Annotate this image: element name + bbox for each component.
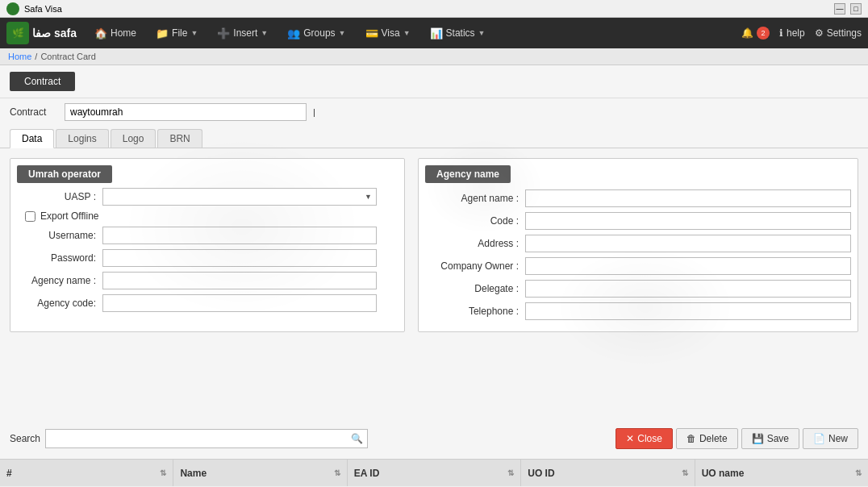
info-icon: ℹ <box>779 27 783 39</box>
umrah-operator-panel: Umrah operator UASP : Export Offline <box>10 158 405 332</box>
th-uo-name-sort-icon: ⇅ <box>855 468 862 477</box>
notification-button[interactable]: 🔔 2 <box>741 27 770 40</box>
contract-field-input[interactable] <box>65 103 307 121</box>
panels-row: Umrah operator UASP : Export Offline <box>0 148 868 342</box>
settings-label: Settings <box>827 27 862 39</box>
breadcrumb: Home / Contract Card <box>0 48 868 65</box>
export-offline-label[interactable]: Export Offline <box>40 210 98 222</box>
search-label: Search <box>10 433 40 444</box>
logo-icon: 🌿 <box>6 22 29 44</box>
window-title: Safa Visa <box>24 4 62 14</box>
cursor-indicator: | <box>313 107 315 117</box>
nav-groups-label: Groups <box>303 27 335 39</box>
tab-logo[interactable]: Logo <box>111 129 156 148</box>
agency-name-title: Agency name <box>425 165 511 183</box>
agency-code-input[interactable] <box>102 294 377 312</box>
agent-name-label: Agent name : <box>425 193 522 204</box>
code-input[interactable] <box>525 212 851 230</box>
agent-name-row: Agent name : <box>425 189 851 207</box>
agency-name-row: Agency name : <box>19 272 396 289</box>
password-row: Password: <box>19 249 396 267</box>
telephone-row: Telephone : <box>425 302 851 320</box>
username-input[interactable] <box>102 227 377 244</box>
telephone-label: Telephone : <box>425 306 522 317</box>
company-owner-input[interactable] <box>525 257 851 275</box>
delegate-row: Delegate : <box>425 280 851 298</box>
nav-file[interactable]: 📁 File ▼ <box>148 23 206 44</box>
tabs: Data Logins Logo BRN <box>0 126 868 148</box>
th-uo-id[interactable]: UO ID ⇅ <box>521 460 695 486</box>
help-button[interactable]: ℹ help <box>779 27 805 39</box>
bell-icon: 🔔 <box>741 27 753 39</box>
th-ea-id[interactable]: EA ID ⇅ <box>348 460 521 486</box>
maximize-button[interactable]: □ <box>850 3 862 15</box>
nav-visa-label: Visa <box>382 27 400 39</box>
nav-groups[interactable]: 👥 Groups ▼ <box>279 23 353 44</box>
app-logo: 🌿 صفا safa <box>6 22 77 44</box>
contract-button[interactable]: Contract <box>10 72 75 91</box>
save-button[interactable]: 💾 Save <box>741 428 799 449</box>
visa-chevron-icon: ▼ <box>403 29 411 37</box>
nav-insert[interactable]: ➕ Insert ▼ <box>209 23 276 44</box>
delete-button[interactable]: 🗑 Delete <box>676 428 738 449</box>
title-bar: Safa Visa — □ <box>0 0 868 18</box>
close-label: Close <box>637 433 662 444</box>
nav-insert-label: Insert <box>233 27 257 39</box>
notification-badge: 2 <box>757 27 770 40</box>
th-name[interactable]: Name ⇅ <box>173 460 347 486</box>
new-label: New <box>828 433 848 444</box>
tab-logins[interactable]: Logins <box>56 129 108 148</box>
export-offline-checkbox[interactable] <box>25 211 35 222</box>
tab-brn[interactable]: BRN <box>157 129 202 148</box>
uasp-row: UASP : <box>19 188 396 206</box>
table-header: # ⇅ Name ⇅ EA ID ⇅ UO ID ⇅ UO name ⇅ <box>0 459 868 486</box>
agency-name-input[interactable] <box>102 272 377 289</box>
nav-visa[interactable]: 💳 Visa ▼ <box>357 23 419 44</box>
company-owner-label: Company Owner : <box>425 260 522 272</box>
uasp-select[interactable] <box>102 188 377 206</box>
close-button[interactable]: ✕ Close <box>616 428 673 449</box>
gear-icon: ⚙ <box>815 27 824 39</box>
th-uo-id-label: UO ID <box>528 468 554 479</box>
umrah-operator-title: Umrah operator <box>17 165 112 183</box>
save-label: Save <box>767 433 789 444</box>
breadcrumb-current: Contract Card <box>40 52 95 61</box>
agent-name-input[interactable] <box>525 189 851 207</box>
th-uo-name[interactable]: UO name ⇅ <box>695 460 868 486</box>
password-input[interactable] <box>102 249 377 267</box>
telephone-input[interactable] <box>525 302 851 320</box>
contract-field-row: Contract | <box>0 98 868 126</box>
search-toolbar-row: Search 🔍 ✕ Close 🗑 Delete 💾 Save 📄 New <box>0 423 868 454</box>
agency-name-label: Agency name : <box>19 275 99 286</box>
export-offline-row: Export Offline <box>19 210 396 222</box>
minimize-button[interactable]: — <box>834 3 845 15</box>
search-input[interactable] <box>45 429 368 448</box>
th-col-a[interactable]: # ⇅ <box>0 460 173 486</box>
delegate-input[interactable] <box>525 280 851 298</box>
nav-right: 🔔 2 ℹ help ⚙ Settings <box>741 27 862 40</box>
breadcrumb-home[interactable]: Home <box>8 52 31 61</box>
code-label: Code : <box>425 215 522 227</box>
statics-chevron-icon: ▼ <box>478 29 486 37</box>
visa-icon: 💳 <box>365 27 378 40</box>
agency-name-panel: Agency name Agent name : Code : Address … <box>418 158 858 332</box>
address-input[interactable] <box>525 235 851 252</box>
home-icon: 🏠 <box>94 27 107 40</box>
nav-home[interactable]: 🏠 Home <box>86 23 144 44</box>
uasp-select-wrapper <box>102 188 377 206</box>
nav-statics-label: Statics <box>446 27 475 39</box>
settings-button[interactable]: ⚙ Settings <box>815 27 862 39</box>
umrah-operator-body: UASP : Export Offline Username: <box>10 183 404 322</box>
new-button[interactable]: 📄 New <box>803 428 858 449</box>
nav-statics[interactable]: 📊 Statics ▼ <box>422 23 494 44</box>
contract-field-label: Contract <box>10 106 58 118</box>
close-x-icon: ✕ <box>626 433 634 444</box>
tab-data[interactable]: Data <box>10 129 54 148</box>
agency-name-body: Agent name : Code : Address : Company Ow… <box>419 183 858 331</box>
logo-latin: safa <box>54 27 77 40</box>
username-label: Username: <box>19 230 99 241</box>
nav-file-label: File <box>172 27 187 39</box>
app-logo-small <box>6 2 19 15</box>
nav-home-label: Home <box>111 27 136 39</box>
address-row: Address : <box>425 235 851 252</box>
